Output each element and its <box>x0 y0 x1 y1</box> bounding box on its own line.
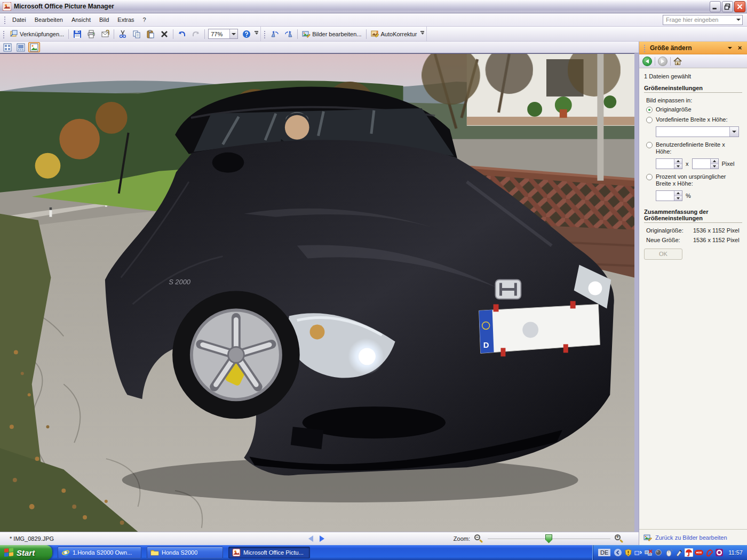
zoom-in-icon[interactable]: + <box>615 534 624 543</box>
copy-button[interactable] <box>130 28 144 40</box>
next-picture-icon[interactable] <box>320 535 324 542</box>
percent-up-icon[interactable] <box>674 191 682 196</box>
avira-antivirus-icon[interactable] <box>685 548 693 557</box>
mouse-utility-icon[interactable] <box>664 548 673 557</box>
rotate-left-button[interactable] <box>268 28 282 40</box>
option-predefined-size[interactable]: Vordefinierte Breite x Höhe: <box>646 116 742 123</box>
zoom-combo-arrow[interactable] <box>229 29 237 38</box>
size-summary: Zusammenfassung der Größeneinstellungen … <box>644 209 742 260</box>
print-button[interactable] <box>84 28 98 40</box>
folder-icon <box>150 548 159 557</box>
red-app-icon[interactable] <box>705 548 713 557</box>
radio-percent-size[interactable] <box>646 174 653 180</box>
plate-country-code: D <box>483 340 489 349</box>
ok-button[interactable]: OK <box>644 249 682 260</box>
summary-heading: Zusammenfassung der Größeneinstellungen <box>644 209 742 223</box>
option-percent-size[interactable]: Prozent von ursprünglicher Breite x Höhe… <box>646 173 742 187</box>
task-pane-close-icon[interactable]: × <box>736 44 744 52</box>
menu-grip[interactable] <box>3 15 6 24</box>
predefined-size-dropdown[interactable] <box>656 126 739 137</box>
height-down-icon[interactable] <box>711 164 718 169</box>
close-button[interactable] <box>734 1 745 12</box>
dropdown-chevron-icon[interactable] <box>729 127 738 137</box>
single-picture-view-button[interactable] <box>28 42 40 52</box>
task-pane-body: 1 Dateien gewählt Größeneinstellungen Bi… <box>639 68 747 529</box>
toolbar: Verknüpfungen... <box>0 27 747 42</box>
cut-button[interactable] <box>116 28 130 40</box>
menu-extras[interactable]: Extras <box>113 14 138 25</box>
minimize-button[interactable] <box>710 1 721 12</box>
zoom-combo[interactable]: 77% <box>208 29 238 39</box>
thumbnail-view-button[interactable] <box>2 42 13 52</box>
original-size-row: Originalgröße: 1536 x 1152 Pixel <box>646 227 742 234</box>
width-up-icon[interactable] <box>674 159 682 164</box>
language-indicator[interactable]: DE <box>598 549 610 556</box>
menu-bild[interactable]: Bild <box>95 14 113 25</box>
help-question-input[interactable]: Frage hier eingeben <box>663 15 743 25</box>
menu-bearbeiten[interactable]: Bearbeiten <box>30 14 67 25</box>
radio-original-size[interactable] <box>646 107 653 113</box>
save-icon <box>73 30 82 38</box>
zoom-slider[interactable] <box>488 534 610 543</box>
network-disconnected-icon[interactable] <box>644 548 653 557</box>
security-shield-icon[interactable] <box>624 548 632 557</box>
filmstrip-view-button[interactable] <box>15 42 27 52</box>
undo-button[interactable] <box>175 28 189 40</box>
home-button[interactable] <box>673 57 682 66</box>
rotate-right-button[interactable] <box>282 28 296 40</box>
taskbar-item-folder[interactable]: Honda S2000 <box>147 547 223 558</box>
ati-graphics-icon[interactable] <box>695 548 703 557</box>
radio-custom-size[interactable] <box>646 142 653 148</box>
width-down-icon[interactable] <box>674 164 682 169</box>
rotate-right-icon <box>284 30 293 38</box>
percent-down-icon[interactable] <box>674 196 682 201</box>
autocorrect-button[interactable]: AutoKorrektur <box>368 28 420 40</box>
forward-button[interactable] <box>658 57 667 66</box>
tray-collapse-chevron-icon[interactable] <box>614 548 622 557</box>
option-original-size[interactable]: Originalgröße <box>646 106 742 113</box>
custom-width-input[interactable] <box>656 158 682 169</box>
zoom-value: 77% <box>209 31 229 37</box>
taskbar-item-label: Honda S2000 <box>162 549 197 556</box>
send-mail-button[interactable] <box>98 28 112 40</box>
chevron-down-icon[interactable] <box>736 19 741 21</box>
radio-predefined-size[interactable] <box>646 117 653 123</box>
custom-height-input[interactable] <box>692 158 719 169</box>
save-button[interactable] <box>70 28 84 40</box>
delete-button[interactable] <box>157 28 171 40</box>
help-button[interactable] <box>240 28 253 40</box>
redo-button[interactable] <box>189 28 203 40</box>
taskbar-item-browser[interactable]: 1.Honda S2000 Own... <box>58 547 141 558</box>
height-up-icon[interactable] <box>711 159 718 164</box>
task-pane-grip[interactable] <box>643 44 646 52</box>
single-picture-view-icon <box>30 43 38 52</box>
network-signal-icon[interactable] <box>634 548 642 557</box>
menu-datei[interactable]: Datei <box>8 14 30 25</box>
paste-button[interactable] <box>144 28 157 40</box>
previous-picture-icon[interactable] <box>308 535 313 542</box>
start-button[interactable]: Start <box>0 545 52 560</box>
menu-help[interactable]: ? <box>139 14 150 25</box>
toolbar-options-chevron[interactable] <box>253 31 259 37</box>
zoom-slider-thumb[interactable] <box>545 534 552 543</box>
percent-input[interactable] <box>656 190 682 201</box>
zoom-out-icon[interactable]: − <box>474 534 483 543</box>
taskbar-item-picture-manager[interactable]: Microsoft Office Pictu... <box>228 547 310 558</box>
task-pane-menu-chevron-icon[interactable] <box>726 44 734 52</box>
purple-app-icon[interactable] <box>715 548 724 557</box>
back-to-edit-pictures-link[interactable]: Zurück zu Bilder bearbeiten <box>655 534 727 541</box>
option-custom-size[interactable]: Benutzerdefinierte Breite x Höhe: <box>646 141 742 155</box>
volume-icon[interactable] <box>654 548 663 557</box>
menu-ansicht[interactable]: Ansicht <box>67 14 95 25</box>
shortcuts-button[interactable]: Verknüpfungen... <box>7 28 67 40</box>
toolbar-grip[interactable] <box>2 30 5 38</box>
custom-size-inputs: x Pixel <box>656 158 742 169</box>
title-bar: Microsoft Office Picture Manager <box>0 0 747 13</box>
restore-button[interactable] <box>722 1 733 12</box>
edit-pictures-button[interactable]: Bilder bearbeiten... <box>299 28 364 40</box>
pen-tablet-icon[interactable] <box>674 548 683 557</box>
back-button[interactable] <box>642 57 652 66</box>
clock[interactable]: 11:57 <box>728 549 743 556</box>
toolbar-grip[interactable] <box>263 30 266 38</box>
toolbar-options-chevron[interactable] <box>419 31 425 37</box>
